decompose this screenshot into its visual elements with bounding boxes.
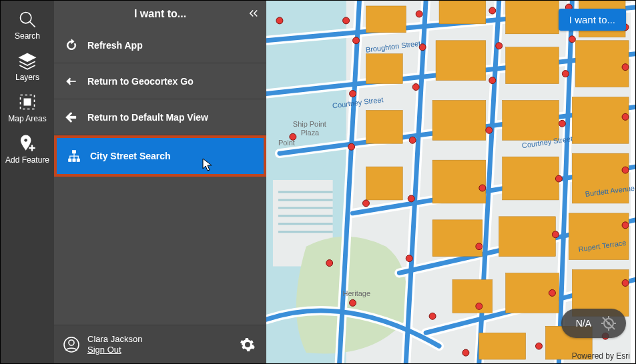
- svg-point-14: [69, 340, 74, 345]
- svg-point-47: [343, 17, 350, 24]
- svg-point-64: [486, 127, 493, 133]
- iwantto-button[interactable]: I want to...: [559, 9, 626, 31]
- panel-header: I want to...: [54, 1, 266, 27]
- gear-icon[interactable]: [240, 337, 256, 353]
- svg-point-78: [476, 303, 483, 309]
- left-toolbar: Search Layers Map Areas Add Feature: [1, 1, 54, 363]
- svg-rect-35: [432, 160, 486, 203]
- signout-link[interactable]: Sign Out: [87, 345, 142, 355]
- svg-point-69: [479, 185, 486, 191]
- svg-rect-22: [366, 6, 406, 33]
- layers-label: Layers: [15, 73, 39, 82]
- map-area[interactable]: Ship Point Plaza Point Heritage Courtney…: [266, 1, 635, 363]
- svg-line-1: [30, 22, 35, 27]
- cursor-icon: [201, 158, 214, 171]
- svg-point-75: [622, 222, 629, 229]
- svg-point-63: [409, 137, 416, 143]
- svg-point-51: [489, 7, 496, 14]
- search-label: Search: [15, 31, 40, 41]
- svg-point-68: [408, 195, 414, 202]
- svg-point-59: [562, 71, 569, 77]
- map-label-point: Point: [278, 139, 295, 147]
- svg-rect-40: [569, 213, 629, 260]
- svg-rect-23: [439, 1, 486, 24]
- svg-point-58: [489, 77, 496, 84]
- panel-footer: Clara Jackson Sign Out: [54, 325, 266, 363]
- svg-point-70: [555, 175, 562, 182]
- svg-point-62: [348, 143, 355, 150]
- status-text: N/A: [576, 318, 591, 329]
- location-disabled-icon[interactable]: [601, 315, 617, 331]
- svg-point-0: [21, 13, 31, 23]
- search-icon: [18, 10, 37, 29]
- menu-label: City Street Search: [90, 151, 171, 161]
- svg-marker-2: [19, 54, 35, 62]
- avatar-icon: [63, 337, 79, 353]
- svg-rect-44: [479, 333, 526, 359]
- svg-point-83: [536, 343, 543, 349]
- svg-rect-30: [366, 110, 402, 143]
- menu-label: Return to Default Map View: [87, 112, 208, 123]
- menu-refresh-app[interactable]: Refresh App: [54, 27, 266, 63]
- map-label-heritage: Heritage: [343, 289, 370, 297]
- svg-point-67: [362, 200, 369, 207]
- panel-title: I want to...: [134, 8, 186, 20]
- status-pill: N/A: [561, 309, 626, 338]
- svg-rect-39: [499, 217, 556, 257]
- svg-point-66: [622, 113, 629, 120]
- add-feature-tool[interactable]: Add Feature: [1, 129, 54, 170]
- svg-point-49: [416, 11, 422, 17]
- svg-rect-28: [506, 47, 559, 84]
- svg-point-82: [462, 349, 469, 356]
- svg-rect-31: [432, 100, 486, 140]
- svg-rect-34: [366, 167, 402, 200]
- svg-point-76: [326, 260, 333, 267]
- svg-point-48: [353, 37, 360, 44]
- add-feature-label: Add Feature: [5, 155, 49, 165]
- menu-default-view[interactable]: Return to Default Map View: [54, 99, 266, 135]
- svg-rect-33: [572, 97, 629, 143]
- pin-plus-icon: [18, 134, 37, 153]
- svg-point-60: [622, 64, 629, 71]
- map-areas-icon: [18, 93, 37, 111]
- svg-rect-4: [24, 99, 30, 105]
- map-label-broughton: Broughton Street: [365, 39, 421, 54]
- menu-return-geocortex[interactable]: Return to Geocortex Go: [54, 63, 266, 99]
- svg-point-5: [24, 139, 27, 142]
- attribution-text: Powered by Esri: [572, 351, 630, 361]
- user-block: Clara Jackson Sign Out: [87, 334, 142, 355]
- search-tool[interactable]: Search: [1, 5, 54, 46]
- svg-point-46: [276, 17, 283, 24]
- svg-point-81: [350, 299, 356, 306]
- svg-point-77: [429, 313, 436, 319]
- svg-rect-12: [77, 159, 79, 161]
- svg-point-54: [569, 36, 575, 43]
- collapse-icon[interactable]: [248, 7, 260, 19]
- iwantto-panel: I want to... Refresh App Return to Geoco…: [54, 1, 266, 363]
- svg-rect-29: [575, 41, 629, 87]
- svg-point-79: [549, 289, 555, 296]
- map-areas-label: Map Areas: [8, 114, 46, 123]
- panel-menu: Refresh App Return to Geocortex Go Retur…: [54, 27, 266, 325]
- menu-label: Refresh App: [87, 40, 143, 51]
- svg-rect-36: [503, 157, 559, 200]
- svg-rect-10: [69, 159, 71, 161]
- svg-rect-32: [503, 100, 559, 140]
- user-name: Clara Jackson: [87, 334, 142, 345]
- refresh-icon: [65, 39, 78, 52]
- svg-text:Plaza: Plaza: [301, 129, 320, 137]
- svg-rect-41: [452, 279, 493, 313]
- svg-point-73: [476, 243, 483, 250]
- svg-point-65: [559, 120, 565, 127]
- svg-rect-38: [432, 220, 483, 257]
- svg-rect-9: [73, 151, 76, 153]
- svg-point-56: [350, 91, 356, 97]
- svg-point-57: [412, 84, 419, 91]
- layers-tool[interactable]: Layers: [1, 46, 54, 87]
- back-arrow-icon: [65, 111, 78, 124]
- menu-city-street-search[interactable]: City Street Search: [54, 135, 266, 177]
- map-areas-tool[interactable]: Map Areas: [1, 87, 54, 129]
- map-label-ship-point-plaza: Ship Point: [293, 120, 326, 128]
- svg-point-52: [496, 43, 503, 49]
- svg-rect-26: [366, 54, 402, 84]
